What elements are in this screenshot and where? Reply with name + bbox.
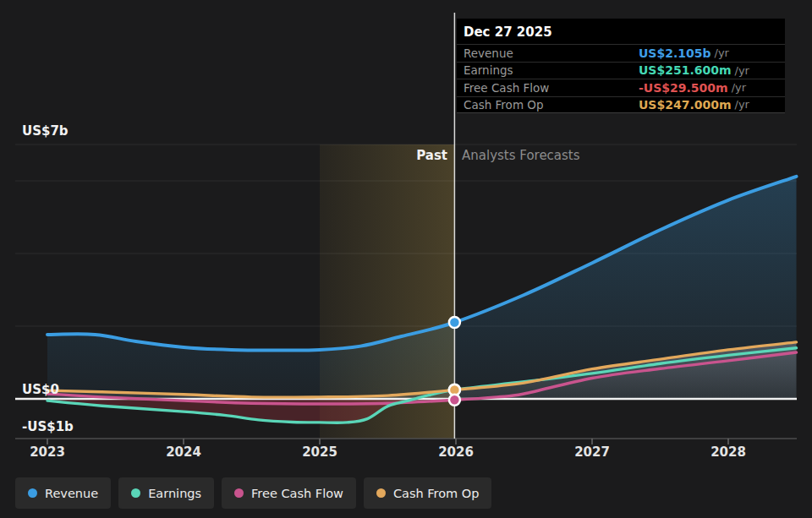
tooltip-row-cash-from-op: Cash From Op US$247.000m /yr bbox=[457, 96, 785, 114]
legend-label: Free Cash Flow bbox=[251, 487, 343, 500]
tooltip-value: -US$29.500m bbox=[639, 81, 728, 95]
legend-chip-free-cash-flow[interactable]: Free Cash Flow bbox=[222, 477, 356, 509]
past-zone-label: Past bbox=[0, 148, 447, 163]
forecast-zone-label: Analysts Forecasts bbox=[462, 148, 580, 163]
tooltip-row-revenue: Revenue US$2.105b /yr bbox=[457, 44, 785, 62]
legend-label: Earnings bbox=[148, 487, 201, 500]
x-axis-label-2027: 2027 bbox=[574, 444, 610, 460]
tooltip-suffix: /yr bbox=[735, 98, 749, 111]
x-axis-label-2026: 2026 bbox=[438, 444, 474, 460]
tooltip-label: Cash From Op bbox=[464, 98, 639, 112]
x-axis-label-2025: 2025 bbox=[302, 444, 337, 460]
earnings-revenue-growth-chart: US$7b US$0 -US$1b 2023 2024 2025 2026 20… bbox=[0, 0, 812, 518]
chart-tooltip: Dec 27 2025 Revenue US$2.105b /yr Earnin… bbox=[457, 19, 785, 113]
legend-chip-revenue[interactable]: Revenue bbox=[15, 477, 111, 509]
tooltip-value: US$2.105b bbox=[639, 46, 711, 60]
legend-chip-cash-from-op[interactable]: Cash From Op bbox=[364, 477, 492, 509]
legend-label: Revenue bbox=[45, 487, 98, 500]
tooltip-suffix: /yr bbox=[732, 81, 746, 94]
tooltip-value: US$247.000m bbox=[639, 98, 732, 112]
tooltip-label: Earnings bbox=[464, 63, 639, 77]
y-axis-label-top: US$7b bbox=[22, 123, 69, 139]
legend-label: Cash From Op bbox=[393, 487, 480, 500]
tooltip-date: Dec 27 2025 bbox=[457, 19, 785, 44]
tooltip-label: Revenue bbox=[464, 46, 639, 60]
tooltip-row-free-cash-flow: Free Cash Flow -US$29.500m /yr bbox=[457, 79, 785, 96]
y-axis-label-zero: US$0 bbox=[22, 382, 59, 397]
legend-chip-earnings[interactable]: Earnings bbox=[118, 477, 214, 509]
revenue-series-dot-icon bbox=[28, 488, 37, 498]
x-axis-label-2028: 2028 bbox=[710, 444, 746, 460]
earnings-series-dot-icon bbox=[131, 488, 140, 498]
tooltip-suffix: /yr bbox=[715, 46, 729, 59]
tooltip-suffix: /yr bbox=[735, 64, 749, 77]
free-cash-flow-series-dot-icon bbox=[234, 488, 244, 498]
tooltip-row-earnings: Earnings US$251.600m /yr bbox=[457, 62, 785, 79]
x-axis-label-2023: 2023 bbox=[30, 444, 65, 460]
y-axis-label-negative: -US$1b bbox=[22, 419, 74, 434]
tooltip-value: US$251.600m bbox=[639, 63, 732, 77]
cash-from-op-series-dot-icon bbox=[376, 488, 386, 498]
chart-legend: Revenue Earnings Free Cash Flow Cash Fro… bbox=[15, 477, 491, 509]
tooltip-label: Free Cash Flow bbox=[464, 81, 639, 95]
x-axis-label-2024: 2024 bbox=[166, 444, 201, 460]
